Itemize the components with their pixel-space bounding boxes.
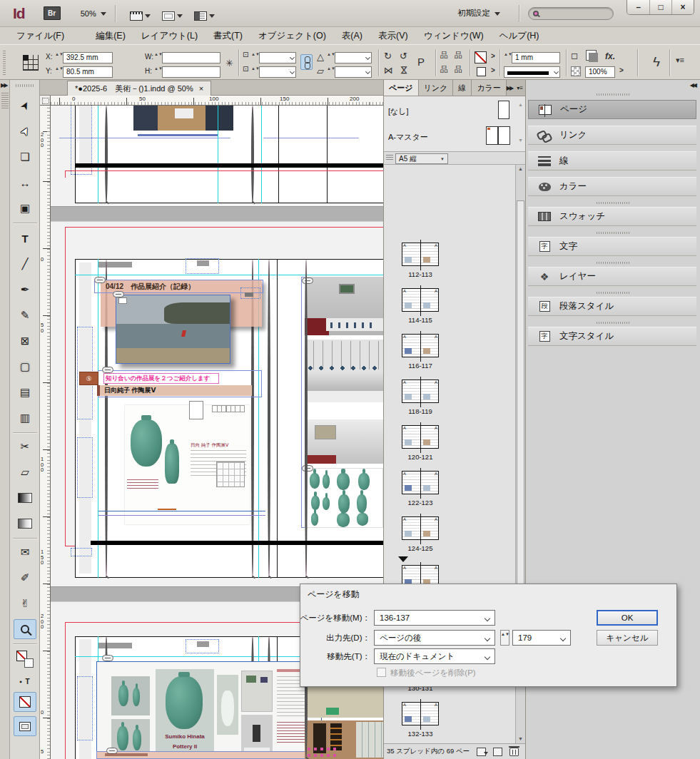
cancel-button[interactable]: キャンセル: [597, 630, 658, 646]
move-pages-select[interactable]: 136-137: [374, 610, 495, 626]
opacity-more-chevron[interactable]: >: [619, 67, 624, 74]
photo-gallery-3[interactable]: [305, 419, 383, 464]
hierarchy-down-icon[interactable]: 品: [440, 66, 448, 73]
panel-menu-icon[interactable]: ▾≡: [676, 56, 684, 64]
scale-x-combo[interactable]: [259, 52, 296, 63]
group-grip[interactable]: [526, 320, 700, 325]
scroll-down-icon[interactable]: ▼: [518, 138, 523, 143]
menu-layout[interactable]: レイアウト(L): [133, 28, 206, 44]
h-field[interactable]: [162, 66, 220, 78]
content-collector-tool[interactable]: ▣: [14, 198, 36, 218]
rule-bar[interactable]: [91, 541, 383, 545]
dock-item-paragraph-styles[interactable]: 段段落スタイル: [528, 297, 696, 316]
page-size-selector[interactable]: A5 縦▼: [395, 153, 448, 164]
screen-mode-button[interactable]: [130, 6, 151, 21]
group-grip[interactable]: [526, 230, 700, 235]
flip-vertical-button[interactable]: ⋈: [400, 66, 409, 75]
flyer-frame[interactable]: Sumiko Hinata Pottery II: [96, 661, 322, 759]
scale-y-combo[interactable]: [259, 66, 296, 78]
group-grip[interactable]: [526, 91, 700, 97]
menu-view[interactable]: 表示(V): [370, 28, 416, 44]
shear-stepper[interactable]: ▲▼: [327, 52, 333, 63]
constrain-proportions-icon[interactable]: ✳: [225, 58, 233, 68]
effects-fx-icon[interactable]: fx.: [605, 52, 615, 61]
dock-item-stroke[interactable]: 線: [528, 151, 696, 170]
menu-object[interactable]: オブジェクト(O): [250, 28, 334, 44]
new-spread-icon[interactable]: [493, 748, 502, 756]
pencil-tool[interactable]: ✎: [14, 305, 36, 325]
photo-gallery-1[interactable]: [305, 277, 383, 335]
spread-item[interactable]: AA116-117: [390, 334, 451, 370]
type-tool[interactable]: T: [14, 228, 36, 248]
photo-handshake[interactable]: [133, 106, 233, 131]
page-tool[interactable]: ❏: [14, 147, 36, 167]
menu-edit[interactable]: [72, 34, 88, 38]
ruler-origin-box[interactable]: [40, 96, 51, 106]
hierarchy-up-icon[interactable]: 品: [440, 51, 448, 59]
selection-tool[interactable]: ➤: [11, 91, 39, 120]
stroke-weight-stepper[interactable]: ▲▼: [504, 52, 510, 63]
rotate-cw-button[interactable]: ↻: [384, 51, 392, 61]
menu-file[interactable]: ファイル(F): [9, 28, 72, 44]
hand-tool[interactable]: ✌: [14, 594, 36, 613]
expand-panel-icon[interactable]: ▶▶: [1, 82, 6, 88]
group-grip[interactable]: [526, 290, 700, 295]
w-stepper[interactable]: ▲▼: [154, 52, 161, 63]
photo-vase-grid[interactable]: [305, 468, 383, 528]
fill-more-chevron[interactable]: >: [491, 67, 495, 74]
dock-item-pages[interactable]: ページ: [528, 100, 696, 119]
dock-item-links[interactable]: リンク: [528, 126, 696, 145]
scroll-up-icon[interactable]: ▲: [516, 165, 525, 173]
tab-stroke[interactable]: 線: [453, 80, 472, 96]
dock-item-character-styles[interactable]: 字文字スタイル: [528, 327, 696, 346]
delete-after-move-checkbox[interactable]: [377, 668, 386, 677]
zoom-tool[interactable]: [14, 619, 36, 639]
frame-tool[interactable]: ⊠: [14, 331, 36, 351]
vertical-grid-tool[interactable]: ▥: [14, 408, 36, 428]
note-tool[interactable]: ✉: [14, 542, 36, 562]
x-stepper[interactable]: ▲▼: [55, 52, 61, 63]
dock-item-swatches[interactable]: スウォッチ: [528, 207, 696, 226]
tab-color[interactable]: カラー: [472, 80, 507, 96]
collapse-dock-icon[interactable]: ◀◀: [690, 82, 696, 88]
spread-item[interactable]: AA112-113: [390, 243, 451, 278]
dock-item-character[interactable]: 字文字: [528, 237, 696, 256]
menu-table[interactable]: 表(A): [334, 28, 370, 44]
fill-stroke-swatches[interactable]: [14, 648, 36, 671]
direct-selection-tool[interactable]: ➤: [11, 116, 39, 146]
view-options-button[interactable]: [162, 6, 183, 21]
master-a-label[interactable]: A-マスター: [388, 132, 428, 143]
maximize-button[interactable]: □: [649, 0, 671, 14]
scroll-down-icon[interactable]: ▼: [516, 735, 525, 743]
stroke-more-chevron[interactable]: >: [491, 53, 495, 60]
pink-note-text[interactable]: 知り合いの作品展を２つご紹介します: [103, 373, 219, 384]
spread-item[interactable]: AA114-115: [390, 288, 451, 324]
rectangle-tool[interactable]: ▢: [14, 357, 36, 377]
panel-menu-icon[interactable]: ▾≡: [517, 85, 523, 91]
spread-item[interactable]: AA132-133: [390, 702, 451, 738]
photo-gallery-2[interactable]: [305, 340, 383, 402]
stroke-style-combo[interactable]: [504, 66, 560, 78]
document-tab[interactable]: *●2025-6 美術－()1.indd @ 50% ×: [67, 81, 211, 96]
hierarchy-right-icon[interactable]: 品: [455, 66, 462, 73]
page-number-stepper[interactable]: ▲▼: [500, 630, 509, 646]
spread-item[interactable]: AA120-121: [390, 425, 451, 461]
opacity-checker-icon[interactable]: [571, 66, 581, 76]
gradient-tool[interactable]: [14, 488, 36, 508]
artist-banner-text[interactable]: 日向純子 作陶展Ⅴ: [100, 385, 252, 396]
hierarchy-left-icon[interactable]: 品: [455, 51, 462, 59]
tab-close-icon[interactable]: ×: [199, 84, 203, 93]
shear-angle-combo[interactable]: [335, 66, 372, 78]
master-none-thumbnail[interactable]: [498, 101, 509, 119]
group-grip[interactable]: [526, 260, 700, 265]
reference-point-selector[interactable]: [23, 55, 39, 71]
opacity-combo[interactable]: 100%: [585, 66, 615, 78]
scale-y-stepper[interactable]: ▲▼: [251, 66, 258, 78]
dock-item-color[interactable]: カラー: [528, 177, 696, 196]
scrollbar-thumb[interactable]: [517, 200, 524, 636]
move-to-select[interactable]: 現在のドキュメント: [374, 648, 495, 664]
tab-pages[interactable]: ページ: [384, 80, 419, 96]
spread-item[interactable]: AA124-125: [390, 516, 451, 552]
minimize-button[interactable]: －: [627, 0, 649, 14]
panel-grip[interactable]: [16, 84, 34, 87]
